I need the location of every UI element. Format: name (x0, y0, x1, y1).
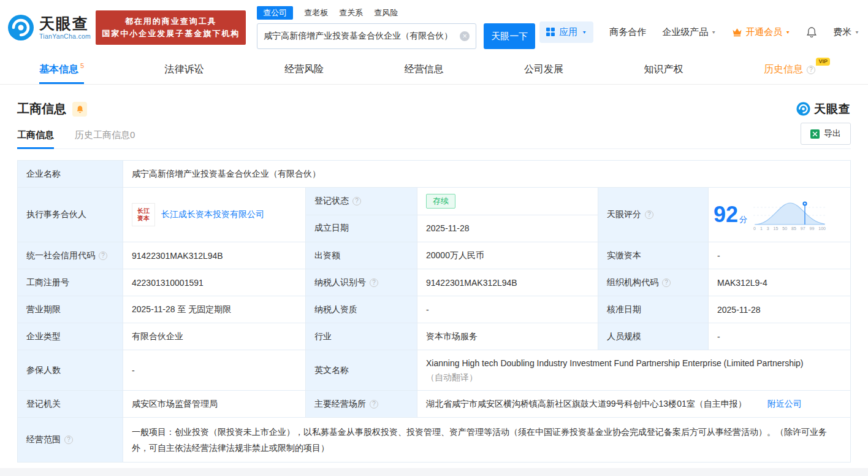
subtab-business-info[interactable]: 工商信息 (17, 122, 54, 148)
taxpayer-id-value: 91422301MAK312L94B (417, 269, 598, 296)
tab-intellectual-property[interactable]: 知识产权 (644, 55, 683, 84)
tianyan-score-value: 92 分 013 155085 9799100 (709, 188, 851, 242)
tab-operation-risk[interactable]: 经营风险 (284, 55, 324, 84)
capital-value: 20000万人民币 (417, 242, 598, 269)
tianyancha-watermark-icon (796, 102, 810, 116)
status-date-column: 登记状态 ? 存续 成立日期 2025-11-28 (306, 188, 598, 242)
tab-company-development[interactable]: 公司发展 (524, 55, 563, 84)
business-term-label: 营业期限 (18, 296, 123, 323)
company-type-value: 有限合伙企业 (123, 323, 306, 350)
approval-date-value: 2025-11-28 (709, 296, 851, 323)
subscribe-bell-icon[interactable] (72, 102, 87, 117)
clear-search-icon[interactable]: × (460, 31, 470, 41)
page-bottom-strip (0, 468, 868, 476)
taxpayer-id-label: 纳税人识别号 ? (306, 269, 417, 296)
section-title: 工商信息 (17, 101, 66, 117)
nearby-companies-link[interactable]: 附近公司 (767, 399, 802, 410)
chevron-down-icon: ▼ (785, 29, 790, 34)
apps-grid-icon (546, 28, 555, 36)
registration-number-value: 422301310001591 (123, 269, 306, 296)
registration-authority-value: 咸安区市场监督管理局 (123, 391, 306, 418)
apps-label: 应用 (559, 26, 577, 38)
establish-date-value: 2025-11-28 (417, 215, 598, 243)
search-tab-risk[interactable]: 查风险 (374, 6, 398, 20)
help-icon[interactable]: ? (807, 66, 815, 74)
industry-value: 资本市场服务 (417, 323, 598, 350)
help-icon[interactable]: ? (662, 278, 671, 287)
search-tab-company[interactable]: 查公司 (257, 6, 293, 20)
business-info-table: 企业名称 咸宁高新倍增产业投资基金合伙企业（有限合伙） 执行事务合伙人 长江资本… (17, 160, 851, 463)
insured-count-value: - (123, 350, 306, 391)
help-icon[interactable]: ? (352, 197, 361, 205)
industry-label: 行业 (306, 323, 417, 350)
search-tab-relation[interactable]: 查关系 (339, 6, 363, 20)
bell-icon (806, 26, 817, 38)
help-icon[interactable]: ? (64, 436, 73, 444)
registration-status-label: 登记状态 ? (306, 188, 417, 215)
tab-operation-info[interactable]: 经营信息 (405, 55, 444, 84)
company-type-label: 企业类型 (18, 323, 123, 350)
partner-logo: 长江资本 (132, 203, 155, 226)
enterprise-products-label: 企业级产品 (662, 26, 708, 38)
business-scope-value: 一般项目：创业投资（限投资未上市企业），以私募基金从事股权投资、投资管理、资产管… (123, 418, 851, 463)
approval-date-label: 核准日期 (598, 296, 709, 323)
tab-basic-info[interactable]: 基本信息 5 (39, 55, 84, 84)
help-icon[interactable]: ? (370, 278, 378, 287)
crown-icon (732, 28, 742, 37)
excel-icon (810, 129, 820, 139)
export-button[interactable]: 导出 (801, 123, 851, 145)
table-row: 执行事务合伙人 长江资本 长江成长资本投资有限公司 登记状态 ? 存续 成立日期 (18, 188, 851, 242)
score-number: 92 分 (714, 202, 747, 228)
search-box: × (257, 23, 476, 49)
score-curve (753, 199, 826, 226)
tianyan-score-label: 天眼评分 ? (598, 188, 709, 242)
notifications-bell[interactable] (806, 26, 817, 38)
chevron-down-icon: ▼ (582, 29, 587, 34)
tab-history-info[interactable]: 历史信息 VIP ? (764, 55, 829, 84)
search-button[interactable]: 天眼一下 (484, 23, 535, 49)
tab-basic-info-count: 5 (80, 62, 84, 69)
help-icon[interactable]: ? (99, 251, 107, 260)
table-row: 企业名称 咸宁高新倍增产业投资基金合伙企业（有限合伙） (18, 161, 851, 188)
enterprise-products-menu[interactable]: 企业级产品 ▼ (662, 26, 716, 38)
user-menu[interactable]: 费米 ▼ (833, 26, 859, 38)
search-area: 查公司 查老板 查关系 查风险 × 天眼一下 (257, 6, 535, 49)
table-row: 营业期限 2025-11-28 至 无固定期限 纳税人资质 - 核准日期 202… (18, 296, 851, 323)
taxpayer-quality-value: - (417, 296, 598, 323)
promo-banner: 都在用的商业查询工具 国家中小企业发展子基金旗下机构 (96, 10, 246, 45)
paid-capital-label: 实缴资本 (598, 242, 709, 269)
capital-label: 出资额 (306, 242, 417, 269)
help-icon[interactable]: ? (370, 400, 378, 409)
header-menu: 应用 ▼ 商务合作 企业级产品 ▼ 开通会员 ▼ 费米 ▼ (539, 21, 859, 43)
vip-badge: VIP (816, 58, 830, 66)
search-input[interactable] (264, 31, 460, 41)
tab-legal-proceedings[interactable]: 法律诉讼 (165, 55, 204, 84)
partner-company-link[interactable]: 长江成长资本投资有限公司 (161, 209, 264, 220)
logo-text: 天眼查 TianYanCha.com (39, 15, 91, 40)
chevron-down-icon: ▼ (855, 29, 859, 34)
business-place-value: 湖北省咸宁市咸安区横沟桥镇高新社区旗鼓大道99号科创中心13楼01室（自主申报）… (417, 391, 851, 418)
tianyancha-watermark-text: 天眼查 (814, 101, 851, 117)
business-cooperation-link[interactable]: 商务合作 (609, 26, 646, 38)
tianyancha-logo-icon (7, 14, 34, 41)
business-term-value: 2025-11-28 至 无固定期限 (123, 296, 306, 323)
score-curve-chart: 013 155085 9799100 (753, 199, 826, 231)
subtab-history-business-info[interactable]: 历史工商信息0 (75, 122, 135, 148)
staff-size-value: - (709, 323, 851, 350)
org-code-label: 组织机构代码 ? (598, 269, 709, 296)
search-tabs: 查公司 查老板 查关系 查风险 (257, 6, 535, 20)
vip-upgrade-link[interactable]: 开通会员 ▼ (732, 26, 790, 38)
english-name-label: 英文名称 (306, 350, 417, 391)
help-icon[interactable]: ? (645, 210, 653, 219)
company-name-label: 企业名称 (18, 161, 123, 188)
table-row: 统一社会信用代码 ? 91422301MAK312L94B 出资额 20000万… (18, 242, 851, 269)
paid-capital-value: - (709, 242, 851, 269)
tianyancha-logo[interactable]: 天眼查 TianYanCha.com (7, 14, 91, 41)
search-tab-boss[interactable]: 查老板 (304, 6, 328, 20)
username-label: 费米 (833, 26, 851, 38)
apps-menu[interactable]: 应用 ▼ (539, 21, 593, 43)
top-header: 天眼查 TianYanCha.com 都在用的商业查询工具 国家中小企业发展子基… (0, 0, 868, 55)
establish-date-label: 成立日期 (306, 215, 417, 243)
staff-size-label: 人员规模 (598, 323, 709, 350)
insured-count-label: 参保人数 (18, 350, 123, 391)
